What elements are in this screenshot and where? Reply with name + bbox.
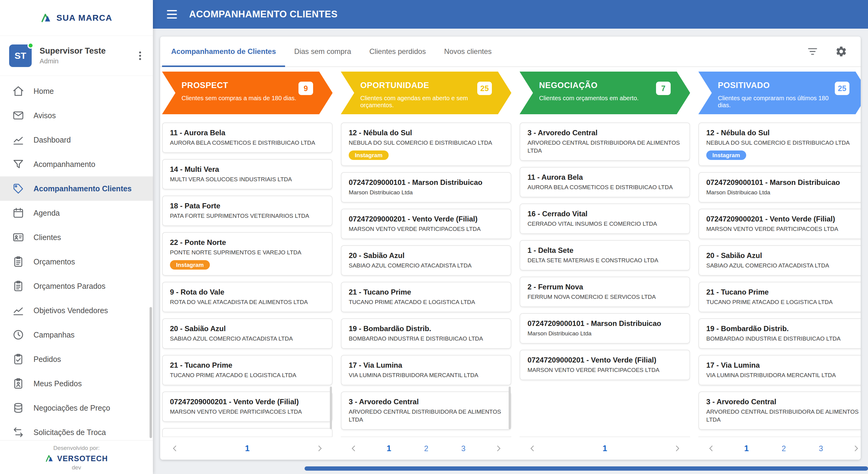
pager-page-1[interactable]: 1 (245, 444, 249, 453)
sidebar-item-agenda[interactable]: Agenda (0, 201, 153, 225)
pager-page-3[interactable]: 3 (819, 444, 823, 453)
column-scrollbar-thumb[interactable] (508, 387, 511, 429)
client-card[interactable]: 21 - Tucano Prime TUCANO PRIME ATACADO E… (341, 282, 512, 312)
client-card[interactable]: 3 - Arvoredo Central ARVOREDO CENTRAL DI… (699, 391, 861, 430)
pager-page-2[interactable]: 2 (424, 444, 429, 453)
column-scrollbar-thumb[interactable] (330, 387, 332, 429)
pager-page-1[interactable]: 1 (602, 444, 607, 453)
versotech-logo: VERSOTECH (0, 454, 153, 463)
client-card[interactable]: 07247209000101 - Marson Distribuicao Mar… (699, 172, 861, 203)
column-subtitle: Clientes que compraram nos últimos 180 d… (718, 95, 838, 109)
tab-novos-clientes[interactable]: Novos clientes (435, 36, 501, 66)
kanban-board: PROSPECT Clientes sem compras a mais de … (160, 67, 861, 460)
client-card[interactable]: 07247209000101 - Marson Distribuicao Mar… (520, 313, 690, 344)
client-card-title: 3 - Arvoredo Central (349, 397, 503, 406)
pager-prev-button[interactable] (527, 444, 537, 453)
pager-page-2[interactable]: 2 (782, 444, 786, 453)
sidebar-item-dashboard[interactable]: Dashboard (0, 128, 153, 152)
pager-page-1[interactable]: 1 (387, 444, 391, 453)
client-card[interactable]: 20 - Sabião Azul SABIAO AZUL COMERCIO AT… (699, 245, 861, 276)
menu-toggle-button[interactable] (167, 10, 177, 19)
client-card[interactable]: 07247209000201 - Vento Verde (Filial) MA… (520, 350, 690, 380)
sidebar-item-campanhas[interactable]: Campanhas (0, 323, 153, 347)
sidebar-item-acompanhamento[interactable]: Acompanhamento (0, 152, 153, 176)
client-card[interactable]: 12 - Nébula do Sul NEBULA DO SUL COMERCI… (341, 122, 512, 166)
client-card-title: 11 - Aurora Bela (170, 128, 325, 137)
column-pager: 1 (162, 437, 333, 460)
client-card[interactable]: 17 - Via Lumina VIA LUMINA DISTRIBUIDORA… (341, 355, 512, 385)
column-count-badge: 9 (299, 82, 313, 95)
client-card[interactable]: 07247209000101 - Marson Distribuicao Mar… (341, 172, 512, 203)
pager-prev-button[interactable] (349, 444, 359, 453)
sidebar-item-orcamentos-parados[interactable]: Orçamentos Parados (0, 274, 153, 298)
client-card[interactable]: 22 - Ponte Norte PONTE NORTE SUPRIMENTOS… (162, 232, 333, 276)
column-cards: 12 - Nébula do Sul NEBULA DO SUL COMERCI… (341, 114, 512, 437)
brand-logo-icon (40, 12, 52, 24)
sidebar-item-pedidos[interactable]: Pedidos (0, 347, 153, 371)
profile-menu-button[interactable] (134, 50, 146, 62)
pager-next-button[interactable] (673, 444, 682, 453)
avatar-initials: ST (14, 51, 26, 61)
sidebar-item-objetivos-vendedores[interactable]: Objetivos Vendedores (0, 298, 153, 323)
sidebar-item-meus-pedidos[interactable]: Meus Pedidos (0, 371, 153, 396)
sidebar-item-orcamentos[interactable]: Orçamentos (0, 249, 153, 274)
sidebar-item-negociacoes-de-preco[interactable]: Negociações de Preço (0, 396, 153, 420)
client-card[interactable]: 19 - Bombardão Distrib. BOMBARDAO INDUST… (341, 318, 512, 349)
pager-page-3[interactable]: 3 (461, 444, 466, 453)
client-card[interactable]: 1 - Delta Sete DELTA SETE MATERIAIS E CO… (520, 240, 690, 270)
pager-next-button[interactable] (494, 444, 503, 453)
client-card-title: 20 - Sabião Azul (170, 324, 325, 333)
sidebar-item-home[interactable]: Home (0, 79, 153, 103)
client-card[interactable]: 3 - Arvoredo Central ARVOREDO CENTRAL DI… (341, 391, 512, 430)
client-card[interactable]: 2 - Ferrum Nova FERRUM NOVA COMERCIO E S… (520, 276, 690, 307)
column-title: PROSPECT (182, 81, 302, 90)
sidebar-scrollbar-thumb[interactable] (150, 307, 152, 438)
column-title: POSITIVADO (718, 81, 838, 90)
client-card[interactable]: 07247209000201 - Vento Verde (Filial) MA… (162, 391, 333, 422)
calendar-icon (12, 207, 24, 219)
chart-icon (12, 134, 24, 146)
client-card[interactable]: 17 - Via Lumina VIA LUMINA DISTRIBUIDORA… (699, 355, 861, 385)
client-card[interactable]: 11 - Aurora Bela AURORA BELA COSMETICOS … (162, 122, 333, 153)
pager-next-button[interactable] (315, 444, 325, 453)
topbar: ACOMPANHAMENTO CLIENTES (153, 0, 868, 29)
client-card[interactable]: 9 - Rota do Vale ROTA DO VALE ATACADISTA… (162, 282, 333, 312)
pager-prev-button[interactable] (170, 444, 180, 453)
client-card-title: 2 - Ferrum Nova (527, 283, 682, 291)
pager-next-button[interactable] (851, 444, 861, 453)
sidebar-item-acompanhamento-clientes[interactable]: Acompanhamento Clientes (0, 176, 153, 201)
tabs-toolbar (806, 36, 847, 66)
tab-acompanhamento-de-clientes[interactable]: Acompanhamento de Clientes (162, 36, 285, 66)
sidebar-item-clientes[interactable]: Clientes (0, 225, 153, 249)
client-card[interactable]: 19 - Bombardão Distrib. BOMBARDAO INDUST… (699, 318, 861, 349)
column-pager: 1 (520, 437, 690, 460)
client-card[interactable]: 20 - Sabião Azul SABIAO AZUL COMERCIO AT… (341, 245, 512, 276)
sidebar-item-label: Acompanhamento Clientes (33, 184, 131, 193)
filter-icon[interactable] (806, 46, 819, 58)
settings-icon[interactable] (835, 46, 847, 58)
client-card-company: NEBULA DO SUL COMERCIO E DISTRIBUICAO LT… (349, 139, 503, 147)
horizontal-scrollbar-thumb[interactable] (305, 466, 868, 471)
client-card[interactable]: 21 - Tucano Prime TUCANO PRIME ATACADO E… (162, 355, 333, 385)
pager-page-1[interactable]: 1 (744, 444, 749, 453)
tab-clientes-perdidos[interactable]: Clientes perdidos (360, 36, 435, 66)
client-card[interactable]: 11 - Aurora Bela AURORA BELA COSMETICOS … (520, 167, 690, 198)
client-card[interactable]: 12 - Nébula do Sul NEBULA DO SUL COMERCI… (699, 122, 861, 166)
pager-pages: 1 (245, 444, 249, 453)
client-card[interactable]: 20 - Sabião Azul SABIAO AZUL COMERCIO AT… (162, 318, 333, 349)
sidebar-item-solicitacoes-de-troca[interactable]: Solicitações de Troca (0, 420, 153, 440)
client-card[interactable]: 07247209000201 - Vento Verde (Filial) MA… (341, 209, 512, 239)
client-card[interactable]: 07247209000201 - Vento Verde (Filial) MA… (699, 209, 861, 239)
sidebar-item-avisos[interactable]: Avisos (0, 103, 153, 128)
client-card-title: 12 - Nébula do Sul (349, 128, 503, 137)
client-card[interactable]: 3 - Arvoredo Central ARVOREDO CENTRAL DI… (520, 122, 690, 161)
client-card[interactable]: 21 - Tucano Prime TUCANO PRIME ATACADO E… (699, 282, 861, 312)
client-card[interactable]: 16 - Cerrado Vital CERRADO VITAL INSUMOS… (520, 204, 690, 234)
client-card-company: VIA LUMINA DISTRIBUIDORA MERCANTIL LTDA (706, 371, 861, 379)
client-card-company: ARVOREDO CENTRAL DISTRIBUIDORA DE ALIMEN… (706, 408, 861, 424)
client-card[interactable]: 18 - Pata Forte PATA FORTE SUPRIMENTOS V… (162, 196, 333, 226)
pager-prev-button[interactable] (706, 444, 716, 453)
online-status-dot (27, 42, 34, 49)
tab-dias-sem-compra[interactable]: Dias sem compra (285, 36, 360, 66)
client-card[interactable]: 14 - Multi Vera MULTI VERA SOLUCOES INDU… (162, 159, 333, 189)
